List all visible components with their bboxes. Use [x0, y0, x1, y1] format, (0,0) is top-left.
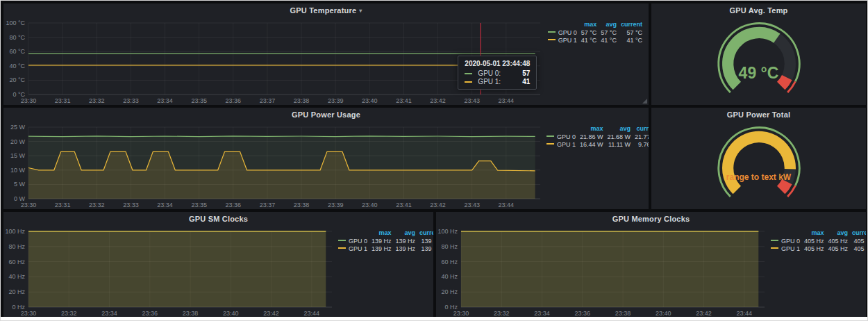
- legend-value-max: 405 Hz: [802, 245, 826, 253]
- panel-title-text: GPU Avg. Temp: [729, 6, 787, 15]
- panel-title-gpu-power-usage[interactable]: GPU Power Usage: [3, 108, 649, 122]
- svg-text:40 Hz: 40 Hz: [8, 273, 25, 280]
- svg-text:23:35: 23:35: [191, 201, 207, 208]
- svg-text:23:41: 23:41: [396, 201, 412, 208]
- legend-header-current[interactable]: current: [633, 125, 649, 133]
- panel-title-gpu-memory-clocks[interactable]: GPU Memory Clocks: [436, 212, 866, 226]
- legend-value-max: 16.44 W: [578, 141, 606, 149]
- legend-value-current: 405 Hz: [850, 245, 866, 253]
- svg-text:23:43: 23:43: [464, 97, 480, 104]
- svg-text:23:42: 23:42: [430, 201, 446, 208]
- legend: maxavgcurrentGPU 057 °C57 °C57 °CGPU 141…: [544, 17, 649, 105]
- legend-value-current: 41 °C: [619, 37, 644, 44]
- panel-gpu-temperature: GPU Temperature ▾ 100 °C80 °C60 °C40 °C2…: [3, 3, 649, 105]
- chart-area[interactable]: 100 Hz80 Hz60 Hz40 Hz20 Hz0 Hz23:3023:32…: [436, 226, 769, 318]
- svg-text:23:38: 23:38: [183, 310, 199, 317]
- legend-header-current[interactable]: current: [619, 21, 644, 29]
- svg-text:100 °C: 100 °C: [6, 19, 25, 26]
- svg-text:23:44: 23:44: [499, 97, 515, 104]
- legend-row: GPU 141 °C41 °C41 °C: [546, 37, 644, 44]
- legend-value-max: 57 °C: [579, 29, 599, 37]
- svg-text:23:31: 23:31: [55, 97, 71, 104]
- svg-text:23:36: 23:36: [575, 310, 591, 317]
- svg-text:23:44: 23:44: [737, 310, 753, 317]
- panel-title-gpu-temperature[interactable]: GPU Temperature ▾: [3, 3, 649, 17]
- legend-series-toggle[interactable]: GPU 0: [546, 29, 579, 37]
- legend: maxavgcurrentGPU 021.86 W21.68 W21.77 WG…: [544, 122, 649, 209]
- chart-area[interactable]: 100 °C80 °C60 °C40 °C20 °C0 °C23:3023:31…: [3, 17, 544, 105]
- legend-value-avg: 139 Hz: [394, 245, 418, 253]
- legend-row: GPU 057 °C57 °C57 °C: [546, 29, 644, 37]
- legend-header-avg[interactable]: avg: [826, 229, 851, 238]
- svg-text:20 Hz: 20 Hz: [8, 288, 25, 295]
- panel-title-text: GPU Power Usage: [292, 110, 360, 119]
- legend-header-max[interactable]: max: [802, 229, 826, 238]
- svg-text:23:37: 23:37: [260, 201, 276, 208]
- panel-resize-handle[interactable]: [642, 99, 647, 104]
- legend-header-avg[interactable]: avg: [606, 125, 633, 133]
- legend-series-toggle[interactable]: GPU 0: [544, 133, 578, 141]
- svg-text:20 W: 20 W: [10, 138, 26, 145]
- legend: maxavgcurrentGPU 0405 Hz405 Hz405 HzGPU …: [769, 226, 866, 318]
- series-color-dash: [338, 247, 346, 249]
- legend-series-toggle[interactable]: GPU 0: [336, 238, 369, 245]
- legend-value-current: 139 Hz: [417, 245, 433, 253]
- svg-text:40 °C: 40 °C: [9, 63, 25, 69]
- legend-header-avg[interactable]: avg: [394, 229, 418, 238]
- panel-gpu-power-usage: GPU Power Usage 25 W20 W15 W10 W5 W0 W23…: [3, 108, 649, 209]
- svg-text:23:44: 23:44: [304, 310, 320, 317]
- panel-gpu-sm-clocks: GPU SM Clocks 100 Hz80 Hz60 Hz40 Hz20 Hz…: [3, 212, 433, 318]
- legend-row: GPU 0405 Hz405 Hz405 Hz: [769, 238, 866, 245]
- svg-text:23:33: 23:33: [123, 201, 139, 208]
- legend-row: GPU 0139 Hz139 Hz139 Hz: [336, 238, 433, 245]
- svg-text:80 Hz: 80 Hz: [8, 243, 25, 250]
- legend-row: GPU 1405 Hz405 Hz405 Hz: [769, 245, 866, 253]
- tooltip-row: GPU 0: 57: [465, 69, 530, 77]
- series-color-dash: [771, 240, 778, 241]
- legend-series-toggle[interactable]: GPU 0: [769, 238, 802, 245]
- svg-text:23:34: 23:34: [157, 97, 173, 104]
- chart-area[interactable]: 25 W20 W15 W10 W5 W0 W23:3023:3123:3223:…: [3, 122, 544, 209]
- legend-header-avg[interactable]: avg: [599, 21, 619, 29]
- svg-text:23:38: 23:38: [615, 310, 631, 317]
- chart-area[interactable]: 100 Hz80 Hz60 Hz40 Hz20 Hz0 Hz23:3023:32…: [3, 226, 336, 318]
- svg-text:23:36: 23:36: [226, 97, 242, 104]
- svg-text:23:42: 23:42: [263, 310, 279, 317]
- power-usage-chart[interactable]: 25 W20 W15 W10 W5 W0 W23:3023:3123:3223:…: [3, 122, 544, 209]
- avg-temp-gauge: [686, 17, 832, 105]
- legend-header-current[interactable]: current: [417, 229, 433, 238]
- svg-text:23:32: 23:32: [89, 97, 105, 104]
- tooltip-series-value: 57: [514, 69, 530, 77]
- legend-row: GPU 021.86 W21.68 W21.77 W: [544, 133, 649, 141]
- svg-text:23:39: 23:39: [328, 201, 344, 208]
- svg-text:23:30: 23:30: [21, 310, 37, 317]
- legend-series-toggle[interactable]: GPU 1: [769, 245, 802, 253]
- svg-text:23:33: 23:33: [123, 97, 139, 104]
- svg-text:23:36: 23:36: [142, 310, 158, 317]
- legend-header-max[interactable]: max: [578, 125, 606, 133]
- legend-header-max[interactable]: max: [579, 21, 599, 29]
- panel-title-text: GPU Memory Clocks: [612, 215, 690, 223]
- panel-title-gpu-sm-clocks[interactable]: GPU SM Clocks: [3, 212, 433, 226]
- legend-header-current[interactable]: current: [850, 229, 866, 238]
- series-color-dash: [546, 135, 554, 137]
- svg-text:23:32: 23:32: [89, 201, 105, 208]
- panel-title-gpu-power-total[interactable]: GPU Power Total: [651, 108, 866, 122]
- svg-text:15 W: 15 W: [10, 152, 26, 159]
- series-color-dash: [771, 247, 778, 249]
- gauge-area: 49 °C: [651, 17, 866, 105]
- legend-series-toggle[interactable]: GPU 1: [336, 245, 369, 253]
- legend-series-toggle[interactable]: GPU 1: [546, 37, 579, 44]
- svg-text:23:32: 23:32: [61, 310, 77, 317]
- panel-title-gpu-avg-temp[interactable]: GPU Avg. Temp: [651, 3, 866, 17]
- legend-series-toggle[interactable]: GPU 1: [544, 141, 578, 149]
- sm-clocks-chart[interactable]: 100 Hz80 Hz60 Hz40 Hz20 Hz0 Hz23:3023:32…: [3, 226, 336, 318]
- legend-value-current: 57 °C: [619, 29, 644, 37]
- legend-header-max[interactable]: max: [369, 229, 394, 238]
- svg-text:10 W: 10 W: [10, 167, 26, 174]
- svg-text:23:39: 23:39: [328, 97, 344, 104]
- svg-text:23:44: 23:44: [499, 201, 515, 208]
- panel-title-text: GPU Power Total: [727, 110, 790, 119]
- memory-clocks-chart[interactable]: 100 Hz80 Hz60 Hz40 Hz20 Hz0 Hz23:3023:32…: [436, 226, 769, 318]
- svg-text:23:40: 23:40: [223, 310, 239, 317]
